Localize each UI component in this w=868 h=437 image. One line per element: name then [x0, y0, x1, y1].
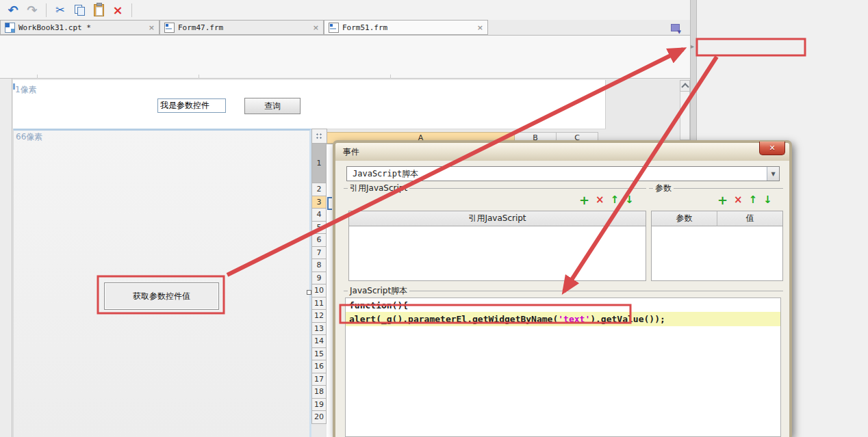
- row-header-14[interactable]: 14: [311, 335, 327, 348]
- form-icon: [164, 23, 175, 33]
- row-header-8[interactable]: 8: [311, 259, 327, 272]
- dialog-title: 事件: [343, 146, 359, 158]
- reference-js-table[interactable]: 引用JavaScript: [348, 211, 646, 281]
- tab-close-icon[interactable]: ×: [149, 23, 155, 32]
- tab-label: Form47.frm: [178, 23, 309, 32]
- reference-js-group-label: 引用JavaScript: [348, 183, 409, 194]
- delete-icon[interactable]: ×: [110, 3, 125, 18]
- chevron-down-icon[interactable]: ▼: [767, 167, 779, 181]
- copy-icon[interactable]: [72, 3, 87, 18]
- selected-cell-border: [327, 197, 332, 210]
- form-block[interactable]: 66像素 获取参数控件值: [13, 129, 311, 437]
- code-string-literal: 'text': [558, 314, 590, 324]
- form-block-height-label: 66像素: [16, 131, 42, 143]
- sheet-select-all-corner[interactable]: [311, 129, 327, 144]
- code-line-2: alert(_g().parameterEl.getWidgetByName('…: [346, 312, 780, 326]
- document-tabbar: WorkBook31.cpt * × Form47.frm × Form51.f…: [0, 20, 690, 36]
- row-header-4[interactable]: 4: [311, 209, 327, 222]
- tab-close-icon[interactable]: ×: [477, 23, 483, 32]
- chevron-up-icon: [681, 83, 689, 90]
- paste-icon[interactable]: [91, 3, 106, 18]
- row-header-11[interactable]: 11: [311, 297, 327, 310]
- remove-icon[interactable]: ×: [734, 194, 743, 206]
- undo-icon[interactable]: ↶: [5, 3, 21, 18]
- row-header-10[interactable]: 10: [311, 284, 327, 297]
- left-collapsed-panel[interactable]: [0, 79, 12, 437]
- row-header-5[interactable]: 5: [311, 222, 327, 235]
- row-header-6[interactable]: 6: [311, 234, 327, 247]
- query-button[interactable]: 查询: [244, 98, 301, 114]
- float-window-icon[interactable]: [671, 24, 680, 31]
- cut-icon[interactable]: ✂: [53, 3, 68, 18]
- row-header-9[interactable]: 9: [311, 272, 327, 285]
- row-header-18[interactable]: 18: [311, 386, 327, 399]
- row-header-19[interactable]: 19: [311, 399, 327, 412]
- script-group-label: JavaScript脚本: [348, 285, 409, 297]
- move-down-icon[interactable]: ↓: [763, 194, 772, 206]
- tab-label: Form51.frm: [342, 23, 474, 32]
- param-text-widget[interactable]: [157, 98, 226, 113]
- row-header-7[interactable]: 7: [311, 247, 327, 260]
- redo-icon[interactable]: ↷: [25, 3, 40, 18]
- param-pane[interactable]: 1像素 查询: [13, 80, 606, 129]
- sheet-cells[interactable]: [327, 144, 333, 437]
- dialog-close-button[interactable]: ✕: [759, 142, 785, 155]
- move-up-icon[interactable]: ↑: [611, 194, 620, 206]
- grid-dots-icon: [316, 133, 323, 140]
- tab-workbook31[interactable]: WorkBook31.cpt * ×: [0, 20, 159, 35]
- tab-form47[interactable]: Form47.frm ×: [159, 20, 324, 35]
- params-group-label: 参数: [653, 183, 674, 194]
- row-header-3[interactable]: 3: [311, 196, 327, 209]
- row-header-15[interactable]: 15: [311, 348, 327, 361]
- event-type-value: JavaScript脚本: [347, 168, 418, 180]
- dialog-titlebar[interactable]: 事件: [335, 143, 789, 161]
- params-col-header: 参数: [652, 211, 717, 226]
- row-header-1[interactable]: 1: [311, 144, 327, 183]
- params-toolbar: + × ↑ ↓: [717, 194, 772, 206]
- row-header-13[interactable]: 13: [311, 323, 327, 336]
- remove-icon[interactable]: ×: [596, 194, 604, 206]
- add-icon[interactable]: +: [579, 193, 589, 207]
- get-param-value-button[interactable]: 获取参数控件值: [104, 282, 219, 310]
- tab-label: WorkBook31.cpt *: [18, 23, 145, 32]
- toolbar-separator: [46, 3, 47, 17]
- block-resize-handle[interactable]: [307, 290, 311, 295]
- script-group: JavaScript脚本: [344, 287, 783, 295]
- params-group: 参数: [649, 184, 783, 193]
- event-dialog: 事件 ✕ JavaScript脚本 ▼ 引用JavaScript 参数 + × …: [333, 140, 792, 437]
- workbook-icon: [5, 23, 15, 33]
- code-line-1: function(){: [346, 298, 780, 312]
- reference-js-toolbar: + × ↑ ↓: [579, 194, 634, 206]
- scroll-up-button[interactable]: [680, 80, 690, 92]
- row-header-20[interactable]: 20: [311, 411, 327, 424]
- ribbon: 白块 图表 ▼ lab ▼: [0, 36, 690, 79]
- value-col-header: 值: [717, 211, 782, 226]
- splitter-collapse-icon[interactable]: ▸: [691, 42, 694, 50]
- param-pane-height-label: 1像素: [15, 84, 37, 96]
- reference-js-table-header: 引用JavaScript: [349, 211, 646, 226]
- finereport-designer: ↶ ↷ ✂ × WorkBook31.cpt * × Form47.frm × …: [0, 0, 868, 437]
- row-header-2[interactable]: 2: [311, 183, 327, 196]
- move-up-icon[interactable]: ↑: [749, 194, 758, 206]
- add-icon[interactable]: +: [717, 193, 728, 207]
- row-header-16[interactable]: 16: [311, 360, 327, 373]
- row-header-17[interactable]: 17: [311, 373, 327, 386]
- toolbar-separator: [131, 3, 132, 17]
- js-code-editor[interactable]: function(){ alert(_g().parameterEl.getWi…: [345, 297, 781, 437]
- params-table[interactable]: 参数 值: [651, 211, 783, 281]
- row-header-12[interactable]: 12: [311, 310, 327, 323]
- reference-js-group: 引用JavaScript: [344, 184, 646, 193]
- tab-close-icon[interactable]: ×: [313, 23, 319, 32]
- main-toolbar: ↶ ↷ ✂ ×: [0, 0, 690, 20]
- form-icon: [329, 23, 339, 33]
- tab-form51[interactable]: Form51.frm ×: [324, 20, 488, 35]
- sheet-row-headers: 1234567891011121314151617181920: [311, 144, 327, 424]
- move-down-icon[interactable]: ↓: [625, 194, 634, 206]
- event-type-dropdown[interactable]: JavaScript脚本 ▼: [346, 166, 780, 181]
